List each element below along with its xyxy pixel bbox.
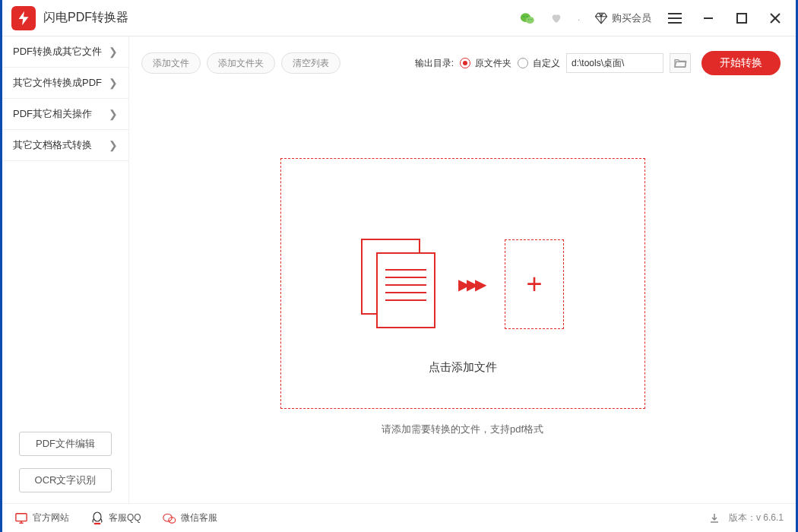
wechat-icon[interactable] <box>520 11 535 26</box>
minimize-button[interactable] <box>698 8 718 28</box>
diamond-icon <box>594 11 609 26</box>
chevron-right-icon: ❯ <box>109 139 118 151</box>
heart-icon[interactable] <box>549 11 564 26</box>
titlebar-dot: . <box>578 14 580 22</box>
sidebar-item-label: PDF转换成其它文件 <box>13 45 102 59</box>
radio-custom-folder[interactable]: 自定义 <box>518 57 560 70</box>
version-label: 版本：v 6.6.1 <box>729 511 784 524</box>
titlebar-right: . 购买会员 <box>520 8 796 28</box>
footer: 官方网站 客服QQ 微信客服 版本：v 6.6.1 <box>2 503 796 532</box>
svg-rect-10 <box>737 14 746 23</box>
app-title: 闪电PDF转换器 <box>43 10 128 26</box>
svg-point-2 <box>524 16 525 17</box>
main-area: PDF转换成其它文件 ❯ 其它文件转换成PDF ❯ PDF其它相关操作 ❯ 其它… <box>2 36 796 503</box>
svg-rect-13 <box>16 513 27 521</box>
add-folder-button[interactable]: 添加文件夹 <box>207 52 275 74</box>
monitor-icon <box>14 511 28 525</box>
add-file-button[interactable]: 添加文件 <box>141 52 201 74</box>
dropzone-graphic: ▶▶▶ + <box>361 239 564 330</box>
buy-vip-link[interactable]: 购买会员 <box>594 11 651 26</box>
sidebar-spacer <box>2 161 128 426</box>
add-target-icon: + <box>505 239 564 329</box>
sidebar-item-label: 其它文件转换成PDF <box>13 76 102 90</box>
svg-point-1 <box>526 16 534 23</box>
buy-vip-label: 购买会员 <box>612 11 651 25</box>
svg-point-4 <box>528 19 529 20</box>
output-path-input[interactable] <box>566 53 663 73</box>
official-site-link[interactable]: 官方网站 <box>14 511 69 525</box>
footer-link-label: 官方网站 <box>33 511 69 524</box>
radio-source-folder[interactable]: 原文件夹 <box>460 57 511 70</box>
clear-list-button[interactable]: 清空列表 <box>281 52 340 74</box>
output-dir-label: 输出目录: <box>415 57 454 70</box>
svg-point-5 <box>531 19 532 20</box>
browse-folder-button[interactable] <box>670 53 691 73</box>
document-stack-icon <box>361 239 437 330</box>
ocr-button[interactable]: OCR文字识别 <box>19 468 112 492</box>
radio-icon <box>460 58 470 68</box>
sidebar-item-label: PDF其它相关操作 <box>13 107 92 121</box>
dropzone-text: 点击添加文件 <box>429 360 497 375</box>
footer-link-label: 客服QQ <box>109 511 141 524</box>
chevron-right-icon: ❯ <box>109 77 118 89</box>
radio-icon <box>518 58 528 68</box>
footer-right: 版本：v 6.6.1 <box>708 511 784 525</box>
sidebar-item-pdf-to-other[interactable]: PDF转换成其它文件 ❯ <box>2 36 128 68</box>
radio-label: 自定义 <box>533 57 560 70</box>
svg-point-3 <box>527 16 528 17</box>
content-area: 添加文件 添加文件夹 清空列表 输出目录: 原文件夹 自定义 开始转换 <box>129 36 796 503</box>
dropzone-hint: 请添加需要转换的文件，支持pdf格式 <box>382 423 543 436</box>
toolbar: 添加文件 添加文件夹 清空列表 输出目录: 原文件夹 自定义 开始转换 <box>129 36 796 90</box>
radio-label: 原文件夹 <box>475 57 511 70</box>
start-convert-button[interactable]: 开始转换 <box>701 51 781 75</box>
qq-support-link[interactable]: 客服QQ <box>90 511 141 525</box>
download-icon[interactable] <box>708 511 721 525</box>
pdf-edit-button[interactable]: PDF文件编辑 <box>19 432 112 456</box>
plus-icon: + <box>526 268 542 300</box>
wechat-outline-icon <box>163 511 176 525</box>
app-logo <box>11 6 36 30</box>
sidebar: PDF转换成其它文件 ❯ 其它文件转换成PDF ❯ PDF其它相关操作 ❯ 其它… <box>2 36 129 503</box>
svg-point-16 <box>93 512 101 521</box>
sidebar-item-other-to-pdf[interactable]: 其它文件转换成PDF ❯ <box>2 68 128 99</box>
titlebar: 闪电PDF转换器 . 购买会员 <box>2 0 796 36</box>
chevron-right-icon: ❯ <box>109 46 118 58</box>
svg-point-18 <box>97 522 101 524</box>
qq-icon <box>90 511 104 525</box>
menu-button[interactable] <box>665 8 685 28</box>
sidebar-item-pdf-ops[interactable]: PDF其它相关操作 ❯ <box>2 99 128 130</box>
dropzone[interactable]: ▶▶▶ + 点击添加文件 <box>280 158 645 409</box>
chevron-right-icon: ❯ <box>109 108 118 120</box>
maximize-button[interactable] <box>732 8 752 28</box>
dropzone-wrap: ▶▶▶ + 点击添加文件 请添加需要转换的文件，支持pdf格式 <box>129 90 796 503</box>
arrows-icon: ▶▶▶ <box>458 275 483 293</box>
sidebar-item-other-format[interactable]: 其它文档格式转换 ❯ <box>2 130 128 161</box>
footer-link-label: 微信客服 <box>181 511 217 524</box>
wechat-support-link[interactable]: 微信客服 <box>163 511 217 525</box>
sidebar-item-label: 其它文档格式转换 <box>13 138 92 152</box>
close-button[interactable] <box>765 8 785 28</box>
